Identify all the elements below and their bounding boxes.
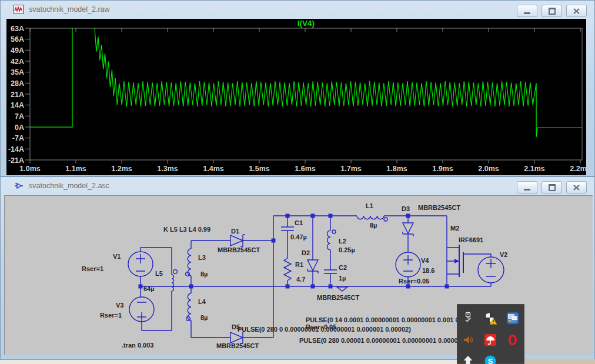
schematic-label-l1_name: L1 <box>366 202 373 209</box>
schematic-label-d1_value: MBRB2545CT <box>218 246 260 253</box>
wire-junction <box>286 214 290 218</box>
wire-junction <box>329 214 333 218</box>
component-r1[interactable] <box>284 258 291 286</box>
x-axis-label: 1.9ms <box>432 165 453 173</box>
wire-junction <box>329 285 333 289</box>
waveform-plot[interactable]: 1.0ms1.1ms1.2ms1.3ms1.4ms1.5ms1.6ms1.7ms… <box>6 19 586 175</box>
windows-defender-icon[interactable] <box>483 311 497 325</box>
schematic-label-d2_name: D2 <box>302 249 310 256</box>
titlebar-schematic[interactable]: svatochnik_model_2.asc <box>1 177 594 195</box>
schematic-label-l2_name: L2 <box>339 238 346 245</box>
trace-legend-label: I(V4) <box>298 19 315 28</box>
schematic-file-icon[interactable] <box>14 181 24 191</box>
minimize-icon <box>524 12 530 14</box>
schematic-label-c1_name: C1 <box>295 219 303 226</box>
plot-frame <box>30 28 582 160</box>
restore-button[interactable] <box>541 5 562 17</box>
titlebar-waveform[interactable]: svatochnik_model_2.raw <box>1 1 594 18</box>
schematic-label-v4_name: V4 <box>421 257 429 264</box>
wire-junction <box>272 239 276 243</box>
desktop: { "windows": { "raw": { "title": "svatoc… <box>0 0 595 364</box>
schematic-label-m2_name: M2 <box>450 225 459 232</box>
schematic-label-l1_value: 8µ <box>370 222 377 229</box>
schematic-label-l3_value: 8µ <box>200 271 208 278</box>
x-axis-label: 1.8ms <box>386 165 407 173</box>
y-axis-label: -7A <box>12 134 24 142</box>
usb-device-icon[interactable] <box>461 311 475 325</box>
window-title-asc: svatochnik_model_2.asc <box>29 182 109 190</box>
component-d1[interactable] <box>230 235 273 246</box>
schematic-label-l3_name: L3 <box>198 254 206 261</box>
schematic-label-d3_value: MBRB2545CT <box>418 204 460 211</box>
component-d5[interactable] <box>230 332 273 343</box>
schematic-label-tran: .tran 0.003 <box>122 342 153 349</box>
schematic-label-pulse_v2: PULSE(0 14 0.0001 0.00000001 0.00000001 … <box>306 316 459 323</box>
schematic-label-v3_rser: Rser=1 <box>100 312 122 319</box>
tray-overflow-popup: S <box>457 304 524 364</box>
schematic-label-c1_value: 0.47µ <box>290 233 307 241</box>
wire-junction <box>139 285 143 289</box>
x-axis-label: 2.2ms <box>570 165 586 173</box>
x-axis-label: 1.0ms <box>19 165 40 173</box>
x-axis-label: 2.1ms <box>524 165 544 173</box>
y-axis-label: 49A <box>11 46 24 55</box>
schematic-label-v4_rser: Rser=0.05 <box>399 278 429 285</box>
opera-browser-icon[interactable] <box>506 333 520 347</box>
component-l5[interactable] <box>172 275 174 291</box>
y-axis-label: 21A <box>11 91 24 99</box>
y-axis-label: 35A <box>11 68 24 76</box>
schematic-label-v3_name: V3 <box>116 302 123 309</box>
close-icon <box>573 8 580 14</box>
wire-junction <box>286 285 290 289</box>
restore-button-asc[interactable] <box>541 181 562 193</box>
waveform-trace <box>95 28 582 137</box>
waveform-trace <box>30 28 72 127</box>
show-hidden-arrow-icon[interactable] <box>461 354 475 364</box>
x-axis-label: 2.0ms <box>478 165 499 173</box>
close-button-asc[interactable] <box>566 181 587 193</box>
avira-antivirus-icon[interactable] <box>483 333 497 347</box>
wire-junction <box>406 285 410 289</box>
schematic-label-pulse_v1: PULSE(0 280 0 0.00000001 0.00000001 0.00… <box>238 326 411 333</box>
close-button[interactable] <box>566 5 587 17</box>
waveform-chart: 1.0ms1.1ms1.2ms1.3ms1.4ms1.5ms1.6ms1.7ms… <box>6 19 586 175</box>
y-axis-label: 14A <box>11 101 24 109</box>
x-axis-label: 1.5ms <box>249 165 269 173</box>
y-axis-label: 28A <box>11 79 24 88</box>
minimize-button[interactable] <box>517 5 537 17</box>
schematic-label-r1_value: 4.7 <box>296 276 305 283</box>
schematic-label-l4_value: 8µ <box>200 314 208 321</box>
x-axis-label: 1.4ms <box>203 165 223 173</box>
x-axis-label: 1.2ms <box>111 165 132 173</box>
y-axis-label: 0A <box>15 123 24 132</box>
waveform-file-icon[interactable] <box>14 5 24 14</box>
schematic-label-c2_name: C2 <box>339 264 347 271</box>
y-axis-label: 42A <box>11 58 24 66</box>
volume-icon[interactable] <box>461 333 475 347</box>
y-axis-label: 56A <box>11 35 24 44</box>
schematic-label-m2_value: IRF6691 <box>459 236 483 243</box>
schematic-label-c2_value: 1µ <box>339 275 346 282</box>
wire-junction <box>406 214 410 218</box>
restore-icon <box>549 8 556 15</box>
schematic-label-d1_name: D1 <box>231 228 239 235</box>
schematic-label-d2_value: MBRB2545CT <box>317 294 359 301</box>
ground-symbol <box>337 287 347 291</box>
wire-junction <box>311 214 315 218</box>
x-axis-label: 1.1ms <box>65 165 86 173</box>
component-d3[interactable] <box>403 216 413 286</box>
network-computer-icon[interactable] <box>506 311 520 325</box>
desktop-background <box>524 359 595 364</box>
component-l2[interactable] <box>327 231 331 250</box>
mosfet-body-arrow <box>454 259 459 263</box>
schematic-label-r1_name: R1 <box>295 261 303 268</box>
close-icon <box>573 185 580 191</box>
y-axis-label: 7A <box>15 112 24 121</box>
skype-icon[interactable]: S <box>483 354 497 364</box>
minimize-button-asc[interactable] <box>517 181 537 193</box>
schematic-labels: K L5 L3 L4 0.99.tran 0.003V1Rser=1V3Rser… <box>82 202 507 349</box>
component-l1[interactable] <box>357 216 384 219</box>
svg-text:S: S <box>488 357 493 364</box>
schematic-label-v1_name: V1 <box>113 253 121 260</box>
x-axis-label: 1.3ms <box>157 165 178 173</box>
